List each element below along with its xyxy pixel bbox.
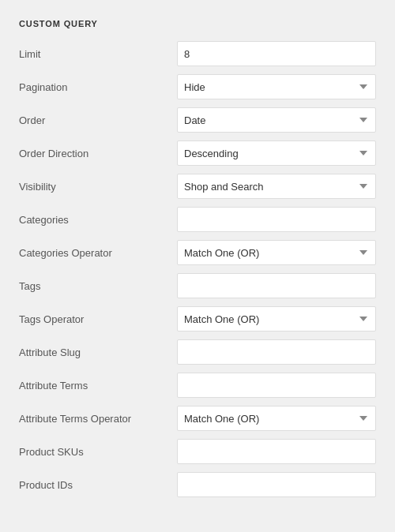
label-attribute-slug: Attribute Slug: [19, 347, 177, 358]
control-tags-operator: Match One (OR)Match All (AND): [177, 306, 376, 332]
label-tags: Tags: [19, 280, 177, 292]
select-order[interactable]: DateTitlePriceIDMenu OrderRandom: [177, 107, 376, 133]
form-row-tags: Tags: [19, 273, 376, 298]
label-categories: Categories: [19, 214, 177, 226]
input-product-skus[interactable]: [177, 439, 376, 464]
input-tags[interactable]: [177, 273, 376, 298]
label-limit: Limit: [19, 48, 177, 60]
custom-query-panel: CUSTOM QUERY LimitPaginationHideShowOrde…: [0, 0, 395, 524]
form-row-order-direction: Order DirectionDescendingAscending: [19, 140, 376, 166]
select-tags-operator[interactable]: Match One (OR)Match All (AND): [177, 306, 376, 332]
control-attribute-slug: [177, 339, 376, 365]
form-row-attribute-terms: Attribute Terms: [19, 373, 376, 398]
select-attribute-terms-operator[interactable]: Match One (OR)Match All (AND): [177, 406, 376, 431]
control-categories: [177, 207, 376, 232]
input-product-ids[interactable]: [177, 472, 376, 497]
control-order-direction: DescendingAscending: [177, 140, 376, 166]
control-tags: [177, 273, 376, 298]
form-row-categories: Categories: [19, 207, 376, 232]
form-row-product-skus: Product SKUs: [19, 439, 376, 464]
label-product-ids: Product IDs: [19, 479, 177, 491]
label-categories-operator: Categories Operator: [19, 247, 177, 259]
form-row-product-ids: Product IDs: [19, 472, 376, 497]
control-attribute-terms: [177, 373, 376, 398]
form-row-attribute-terms-operator: Attribute Terms OperatorMatch One (OR)Ma…: [19, 406, 376, 431]
select-order-direction[interactable]: DescendingAscending: [177, 140, 376, 166]
label-product-skus: Product SKUs: [19, 446, 177, 458]
control-product-ids: [177, 472, 376, 497]
form-row-tags-operator: Tags OperatorMatch One (OR)Match All (AN…: [19, 306, 376, 332]
form-row-limit: Limit: [19, 41, 376, 66]
control-pagination: HideShow: [177, 74, 376, 99]
control-attribute-terms-operator: Match One (OR)Match All (AND): [177, 406, 376, 431]
label-order-direction: Order Direction: [19, 148, 177, 159]
label-pagination: Pagination: [19, 81, 177, 93]
select-categories-operator[interactable]: Match One (OR)Match All (AND): [177, 240, 376, 265]
form-row-order: OrderDateTitlePriceIDMenu OrderRandom: [19, 107, 376, 133]
label-visibility: Visibility: [19, 181, 177, 193]
label-tags-operator: Tags Operator: [19, 313, 177, 325]
label-order: Order: [19, 114, 177, 126]
section-title: CUSTOM QUERY: [19, 19, 376, 28]
label-attribute-terms-operator: Attribute Terms Operator: [19, 413, 177, 425]
select-pagination[interactable]: HideShow: [177, 74, 376, 99]
input-attribute-terms[interactable]: [177, 373, 376, 398]
label-attribute-terms: Attribute Terms: [19, 380, 177, 392]
control-order: DateTitlePriceIDMenu OrderRandom: [177, 107, 376, 133]
control-categories-operator: Match One (OR)Match All (AND): [177, 240, 376, 265]
select-visibility[interactable]: Shop and SearchShop OnlySearch OnlyHidde…: [177, 174, 376, 199]
form-row-attribute-slug: Attribute Slug: [19, 339, 376, 365]
input-attribute-slug[interactable]: [177, 339, 376, 365]
input-categories[interactable]: [177, 207, 376, 232]
control-limit: [177, 41, 376, 66]
control-visibility: Shop and SearchShop OnlySearch OnlyHidde…: [177, 174, 376, 199]
form-row-pagination: PaginationHideShow: [19, 74, 376, 99]
form-row-categories-operator: Categories OperatorMatch One (OR)Match A…: [19, 240, 376, 265]
input-limit[interactable]: [177, 41, 376, 66]
form-row-visibility: VisibilityShop and SearchShop OnlySearch…: [19, 174, 376, 199]
control-product-skus: [177, 439, 376, 464]
